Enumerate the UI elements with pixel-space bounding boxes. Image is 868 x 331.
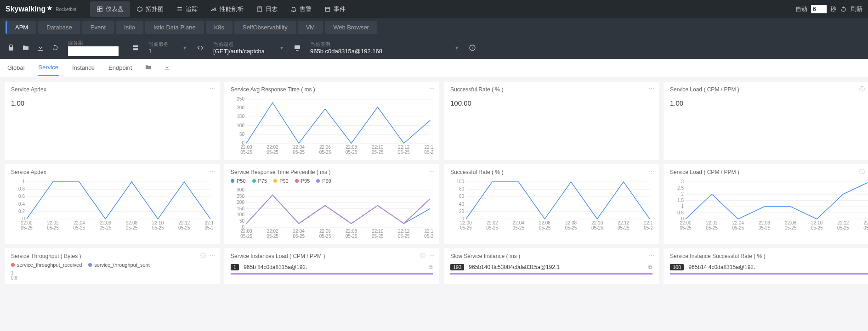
instance-row: 1 965b 84c0da8315a@192. ⧉: [231, 264, 433, 275]
svg-text:05-25: 05-25: [204, 225, 213, 230]
svg-text:22:00: 22:00: [680, 220, 691, 225]
more-icon[interactable]: ⋯: [429, 252, 435, 260]
subtab-global[interactable]: Global: [6, 60, 26, 76]
card-success-rate-chart: Successful Rate ( % ) ⋯ 02040608010022:0…: [444, 164, 659, 244]
instance-row: 100 965b14 4c0da8315a@192. ⧉: [670, 264, 868, 275]
reload-icon[interactable]: [48, 40, 62, 55]
card-title: Successful Rate ( % ): [450, 169, 652, 175]
tab-istio[interactable]: Istio: [116, 21, 143, 34]
svg-text:05-25: 05-25: [486, 225, 498, 230]
nav-profile[interactable]: 性能剖析: [204, 1, 250, 17]
current-endpoint-selector[interactable]: 当前端点 [GET]/auth/captcha ▾: [208, 39, 286, 56]
svg-text:05-25: 05-25: [732, 225, 744, 230]
card-instance-success-rate: Service Instance Successful Rate ( % ) ⋯…: [664, 248, 868, 284]
code-icon: [193, 40, 208, 55]
instance-badge: 193: [450, 264, 464, 270]
tab-database[interactable]: Database: [38, 21, 80, 34]
card-title: Service Response Time Percentile ( ms ): [231, 169, 433, 175]
more-icon[interactable]: ⋯: [429, 168, 435, 174]
nav-dashboard[interactable]: 仪表盘: [90, 1, 130, 17]
subtab-service[interactable]: Service: [38, 59, 59, 76]
info-icon[interactable]: ⓘ: [420, 252, 425, 260]
info-icon[interactable]: ⓘ: [200, 252, 206, 260]
card-success-rate: Successful Rate ( % ) ⋯ 100.00: [444, 82, 659, 160]
scope-tabs: GlobalServiceInstanceEndpoint: [0, 59, 868, 77]
svg-text:22:14: 22:14: [424, 145, 433, 150]
svg-text:22:04: 22:04: [513, 220, 524, 225]
svg-text:22:12: 22:12: [398, 229, 409, 234]
refresh-icon[interactable]: [840, 6, 847, 13]
more-icon[interactable]: ⋯: [649, 252, 654, 258]
more-icon[interactable]: ⋯: [429, 85, 435, 92]
download-icon[interactable]: [164, 64, 170, 72]
more-icon[interactable]: ⋯: [649, 168, 654, 174]
svg-text:05-25: 05-25: [591, 225, 603, 230]
folder-icon[interactable]: [18, 40, 33, 55]
svg-text:22:10: 22:10: [372, 145, 383, 150]
nav-trace[interactable]: 追踪: [170, 1, 204, 17]
more-icon[interactable]: ⋯: [210, 168, 215, 174]
svg-text:05-25: 05-25: [346, 150, 357, 155]
info-icon[interactable]: ⓘ: [859, 85, 865, 93]
refresh-controls: 自动 秒 刷新: [795, 5, 862, 13]
instance-name: 965b140 8c53084c0da8315a@192.1: [469, 264, 644, 270]
card-title: Service Instance Successful Rate ( % ): [670, 253, 868, 259]
tab-web-browser[interactable]: Web Browser: [325, 21, 377, 34]
info-icon[interactable]: i: [465, 40, 480, 55]
percentile-legend: P50P75P90P95P99: [231, 178, 433, 184]
svg-text:22:02: 22:02: [487, 220, 498, 225]
more-icon[interactable]: ⋯: [649, 85, 654, 92]
nav-alarm[interactable]: 告警: [284, 1, 318, 17]
subtab-endpoint[interactable]: Endpoint: [108, 60, 133, 76]
svg-text:22:04: 22:04: [74, 220, 85, 225]
card-service-load: Service Load ( CPM / PPM ) ⓘ⋯ 1.00: [664, 82, 868, 160]
legend-P90: P90: [273, 178, 289, 184]
svg-text:2: 2: [681, 191, 684, 196]
copy-icon[interactable]: ⧉: [429, 264, 433, 270]
subtab-instance[interactable]: Instance: [71, 60, 96, 76]
refresh-label[interactable]: 刷新: [851, 5, 862, 13]
tab-vm[interactable]: VM: [298, 21, 323, 34]
copy-icon[interactable]: ⧉: [648, 264, 652, 270]
current-service-value: 1: [148, 48, 183, 55]
service-group-label: 服务组: [68, 39, 119, 46]
svg-text:0.5: 0.5: [677, 210, 684, 215]
nav-topology[interactable]: 拓扑图: [130, 1, 170, 17]
selector-bar: 服务组 当前服务 1 ▾ 当前端点 [GET]/auth/captcha ▾ 当…: [0, 36, 868, 59]
svg-text:150: 150: [237, 206, 244, 211]
tab-selfobservability[interactable]: SelfObservability: [234, 21, 296, 34]
service-group-selector[interactable]: 服务组: [62, 38, 124, 58]
card-title: Successful Rate ( % ): [450, 86, 652, 93]
legend-P50: P50: [231, 178, 246, 184]
info-icon[interactable]: ⓘ: [859, 168, 865, 176]
svg-text:22:14: 22:14: [644, 220, 652, 225]
svg-text:05-25: 05-25: [47, 225, 59, 230]
svg-text:22:00: 22:00: [240, 229, 252, 234]
service-group-input[interactable]: [68, 46, 119, 56]
tab-event[interactable]: Event: [82, 21, 114, 34]
current-service-selector[interactable]: 当前服务 1 ▾: [143, 39, 189, 56]
current-instance-selector[interactable]: 当前实例 965b c0da8315a@192.168 ▾: [305, 39, 461, 56]
tab-istio-data-plane[interactable]: Istio Data Plane: [145, 21, 204, 34]
svg-text:05-25: 05-25: [178, 225, 190, 230]
topology-icon: [136, 6, 143, 12]
nav-event[interactable]: 事件: [318, 1, 352, 17]
current-endpoint-label: 当前端点: [213, 41, 280, 48]
download-icon[interactable]: [33, 40, 48, 55]
svg-text:22:06: 22:06: [759, 220, 770, 225]
current-instance-label: 当前实例: [310, 41, 455, 48]
lock-icon[interactable]: [4, 40, 18, 55]
folder-icon[interactable]: [145, 64, 152, 72]
tab-k8s[interactable]: K8s: [206, 21, 233, 34]
legend-P95: P95: [295, 178, 310, 184]
tab-apm[interactable]: APM: [6, 21, 36, 34]
more-icon[interactable]: ⋯: [210, 85, 215, 92]
brand-sub: Rocketbot: [56, 7, 76, 12]
svg-text:05-25: 05-25: [837, 225, 849, 230]
refresh-interval-input[interactable]: [811, 5, 827, 13]
svg-text:200: 200: [237, 105, 244, 110]
more-icon[interactable]: ⋯: [210, 252, 215, 260]
svg-text:05-25: 05-25: [706, 225, 718, 230]
nav-log[interactable]: 日志: [250, 1, 284, 17]
svg-text:22:06: 22:06: [100, 220, 111, 225]
